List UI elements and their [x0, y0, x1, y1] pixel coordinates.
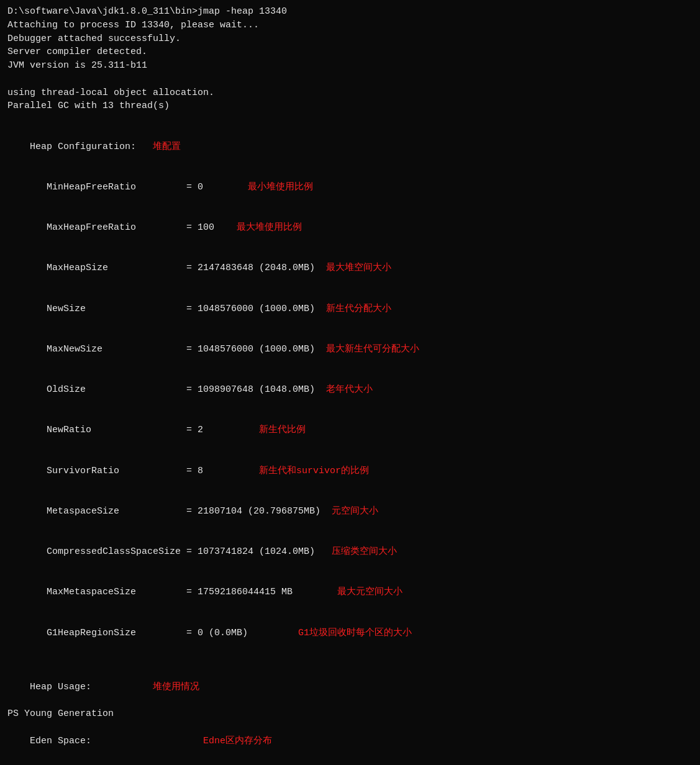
- line-survivor-ratio: SurvivorRatio = 8 新生代和survivor的比例: [7, 451, 693, 491]
- line-server: Server compiler detected.: [7, 45, 693, 59]
- blank3: [7, 653, 693, 667]
- line-jvm: JVM version is 25.311-b11: [7, 59, 693, 73]
- line-compressed: CompressedClassSpaceSize = 1073741824 (1…: [7, 532, 693, 572]
- line-cmd: D:\software\Java\jdk1.8.0_311\bin>jmap -…: [7, 5, 693, 19]
- line-meta-size: MetaspaceSize = 21807104 (20.796875MB) 元…: [7, 491, 693, 532]
- line-max-heap-ratio: MaxHeapFreeRatio = 100 最大堆使用比例: [7, 207, 693, 248]
- line-attach: Attaching to process ID 13340, please wa…: [7, 19, 693, 32]
- line-thread: using thread-local object allocation.: [7, 86, 693, 100]
- line-ps-young: PS Young Generation: [7, 707, 693, 721]
- line-max-meta: MaxMetaspaceSize = 17592186044415 MB 最大元…: [7, 573, 693, 613]
- line-max-heap-size: MaxHeapSize = 2147483648 (2048.0MB) 最大堆空…: [7, 248, 693, 289]
- line-old-size: OldSize = 1098907648 (1048.0MB) 老年代大小: [7, 369, 693, 410]
- line-debugger: Debugger attached successfully.: [7, 32, 693, 46]
- line-heap-config: Heap Configuration: 堆配置: [7, 127, 693, 167]
- blank1: [7, 73, 693, 86]
- line-new-size: NewSize = 1048576000 (1000.0MB) 新生代分配大小: [7, 289, 693, 329]
- line-heap-usage: Heap Usage: 堆使用情况: [7, 667, 693, 707]
- blank2: [7, 113, 693, 127]
- line-eden-label: Eden Space: Edne区内存分布: [7, 721, 693, 761]
- line-min-heap: MinHeapFreeRatio = 0 最小堆使用比例: [7, 167, 693, 207]
- terminal-output: D:\software\Java\jdk1.8.0_311\bin>jmap -…: [7, 5, 693, 765]
- line-g1-region: G1HeapRegionSize = 0 (0.0MB) G1垃圾回收时每个区的…: [7, 613, 693, 653]
- line-new-ratio: NewRatio = 2 新生代比例: [7, 410, 693, 451]
- line-gc: Parallel GC with 13 thread(s): [7, 99, 693, 113]
- line-max-new-size: MaxNewSize = 1048576000 (1000.0MB) 最大新生代…: [7, 329, 693, 369]
- line-eden-cap: capacity = 973078528 (928.0MB) 总容量: [7, 761, 693, 765]
